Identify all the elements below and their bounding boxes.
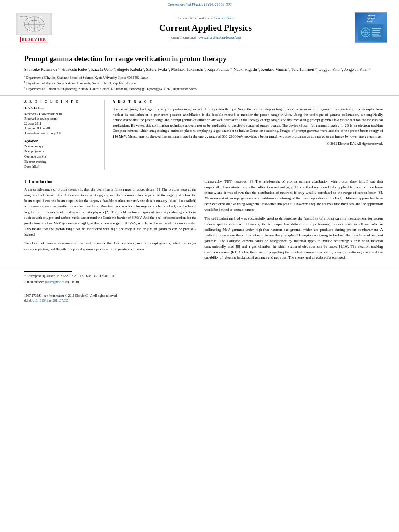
paper-title: Prompt gamma detection for range verific…	[24, 55, 375, 63]
copyright: © 2011 Elsevier B.V. All rights reserved…	[113, 142, 383, 146]
left-column: 1. Introduction A major advantage of pro…	[24, 179, 196, 264]
keyword-1: Proton therapy	[24, 144, 98, 149]
affiliation-c: c Department of Biomedical Engineering, …	[24, 86, 375, 92]
contents-line: Contents lists available at ScienceDirec…	[68, 16, 343, 20]
keyword-3: Compton camera	[24, 154, 98, 160]
elsevier-label: ELSEVIER	[20, 37, 48, 42]
header-left: Elsevier ELSEVIER	[8, 13, 60, 42]
two-column-section: A R T I C L E I N F O Article history: R…	[0, 96, 399, 174]
homepage-line: journal homepage: www.elsevier.com/locat…	[68, 35, 343, 39]
journal-reference: Current Applied Physics 12 (2012) 364–36…	[167, 2, 231, 6]
intro-para-1: A major advantage of proton therapy is t…	[24, 187, 196, 237]
elsevier-logo-img: Elsevier	[16, 13, 52, 35]
abstract-title: A B S T R A C T	[113, 100, 383, 103]
svg-rect-14	[372, 34, 379, 35]
bottom-bar: 1567-1739/$ – see front matter © 2011 El…	[0, 291, 399, 306]
svg-rect-13	[372, 32, 380, 33]
journal-header: Elsevier ELSEVIER Contents lists availab…	[0, 8, 399, 47]
header-right: CurrentAppliedPhysics	[351, 12, 391, 43]
keywords-list: Proton therapy Prompt gamma Compton came…	[24, 144, 98, 170]
doi-link[interactable]: doi:10.1016/j.cap.2011.07.027	[29, 299, 68, 302]
section-title-text: Introduction	[29, 179, 53, 184]
svg-text:Elsevier: Elsevier	[20, 16, 27, 18]
history-item-4: Available online 20 July 2011	[24, 131, 98, 136]
abstract-col: A B S T R A C T It is an on-going challe…	[113, 100, 383, 170]
right-para-1: tomography (PET) isotopes [3]. The relat…	[204, 179, 383, 213]
history-content: Received 24 November 2010 Received in re…	[24, 112, 98, 136]
cover-title: CurrentAppliedPhysics	[367, 14, 375, 23]
svg-rect-12	[372, 30, 380, 31]
keywords-label: Keywords:	[24, 139, 98, 143]
elsevier-logo: Elsevier ELSEVIER	[16, 13, 52, 42]
right-column: tomography (PET) isotopes [3]. The relat…	[204, 179, 383, 264]
right-para-2: The collimation method was successfully …	[204, 216, 383, 261]
affiliation-b: b Department of Physics, Seoul National …	[24, 80, 375, 86]
sciencedirect-link[interactable]: ScienceDirect	[214, 16, 234, 20]
section-number: 1.	[24, 179, 27, 184]
history-item-2: 22 June 2011	[24, 121, 98, 126]
email-footnote: E-mail address: jwkim@ncc.re.kr (J. Kim)…	[24, 280, 375, 285]
affiliation-a: a Department of Physics, Graduate School…	[24, 75, 375, 80]
history-label: Article history:	[24, 107, 98, 110]
svg-rect-11	[372, 28, 381, 29]
homepage-url[interactable]: www.elsevier.com/locate/cap	[198, 35, 241, 39]
history-item-3: Accepted 8 July 2011	[24, 126, 98, 131]
history-item-0: Received 24 November 2010	[24, 112, 98, 117]
abstract-text: It is an on-going challenge to verify th…	[113, 107, 383, 139]
main-content: 1. Introduction A major advantage of pro…	[0, 174, 399, 264]
keyword-2: Prompt gamma	[24, 149, 98, 154]
corresponding-footnote: * Corresponding author. Tel.: +82 31 920…	[24, 274, 375, 279]
svg-rect-15	[372, 35, 381, 36]
journal-cover: CurrentAppliedPhysics	[355, 12, 387, 43]
intro-para-2: Two kinds of gamma emissions can be used…	[24, 241, 196, 252]
affiliations-block: a Department of Physics, Graduate School…	[24, 75, 375, 91]
journal-title: Current Applied Physics	[68, 23, 343, 33]
article-info-title: A R T I C L E I N F O	[24, 100, 98, 103]
authors-line: Shunsuke Kurosawa a, Hidetoshi Kubo a, K…	[24, 66, 375, 72]
paper-title-section: Prompt gamma detection for range verific…	[0, 47, 399, 96]
keyword-5: Dose falloff	[24, 164, 98, 170]
top-bar: Current Applied Physics 12 (2012) 364–36…	[0, 0, 399, 8]
doi-line: doi:doi:10.1016/j.cap.2011.07.027	[24, 298, 375, 303]
header-center: Contents lists available at ScienceDirec…	[60, 16, 351, 39]
history-item-1: Received in revised form	[24, 117, 98, 121]
footnote-section: * Corresponding author. Tel.: +82 31 920…	[0, 268, 399, 289]
issn-line: 1567-1739/$ – see front matter © 2011 El…	[24, 294, 375, 298]
keyword-4: Electron tracking	[24, 160, 98, 165]
article-info-col: A R T I C L E I N F O Article history: R…	[24, 100, 105, 170]
email-link[interactable]: jwkim@ncc.re.kr	[45, 280, 68, 284]
intro-heading: 1. Introduction	[24, 179, 196, 184]
footnote-divider	[24, 271, 72, 272]
